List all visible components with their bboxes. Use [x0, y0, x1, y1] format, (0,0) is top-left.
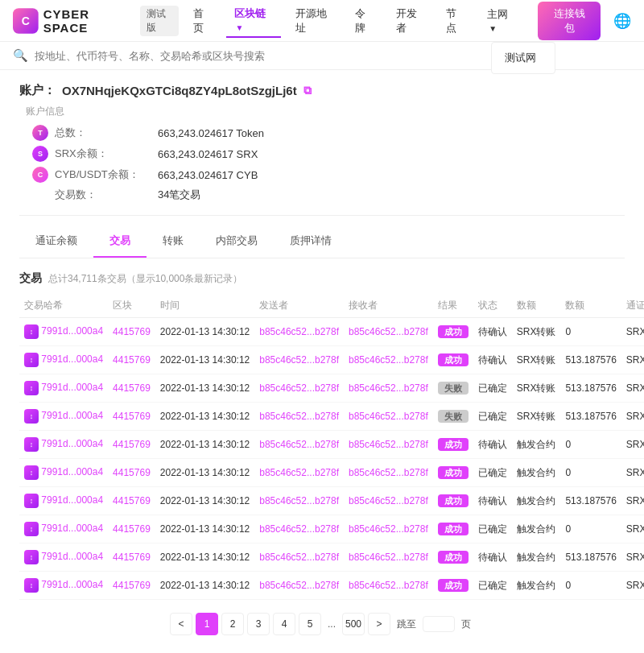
nav-node[interactable]: 节点: [438, 3, 473, 39]
test-badge[interactable]: 测试版: [140, 6, 179, 36]
prev-page-button[interactable]: <: [170, 613, 192, 635]
tab-pledge[interactable]: 质押详情: [274, 225, 348, 258]
tx-result-cell: 成功: [433, 487, 473, 515]
tx-result-badge: 成功: [438, 466, 469, 479]
page-3-button[interactable]: 3: [247, 613, 270, 635]
tx-hash-link[interactable]: 7991d...000a4: [41, 353, 103, 365]
tx-to-link[interactable]: b85c46c52...b278f: [349, 523, 428, 535]
language-icon[interactable]: 🌐: [613, 12, 631, 30]
tx-block-link[interactable]: 4415769: [113, 580, 151, 591]
tx-type-icon: ↕: [24, 578, 39, 593]
tx-token-cell: SRX Token: [621, 346, 644, 374]
search-icon: 🔍: [13, 48, 28, 63]
tx-hash-link[interactable]: 7991d...000a4: [41, 410, 103, 421]
tx-hash-link[interactable]: 7991d...000a4: [41, 551, 103, 562]
tx-to-link[interactable]: b85c46c52...b278f: [349, 495, 428, 506]
nav-blockchain[interactable]: 区块链 ▼: [226, 3, 281, 38]
tx-time-cell: 2022-01-13 14:30:12: [155, 431, 254, 459]
nav-token[interactable]: 令牌: [347, 3, 382, 39]
tx-hash-link[interactable]: 7991d...000a4: [41, 438, 103, 449]
tx-time-cell: 2022-01-13 14:30:12: [155, 346, 254, 374]
table-header-row: 交易哈希 区块 时间 发送者 接收者 结果 状态 数额 数额 通证: [19, 294, 644, 318]
tx-result-cell: 成功: [433, 318, 473, 346]
tx-to-link[interactable]: b85c46c52...b278f: [349, 382, 428, 394]
table-row: ↕ 7991d...000a4 4415769 2022-01-13 14:30…: [19, 318, 644, 346]
tx-hash-link[interactable]: 7991d...000a4: [41, 325, 103, 337]
tx-from-link[interactable]: b85c46c52...b278f: [259, 411, 339, 422]
tx-from-link[interactable]: b85c46c52...b278f: [259, 523, 339, 535]
page-5-button[interactable]: 5: [299, 613, 321, 635]
tx-hash-link[interactable]: 7991d...000a4: [41, 523, 103, 534]
copy-address-icon[interactable]: ⧉: [303, 84, 312, 97]
connect-wallet-button[interactable]: 连接钱包: [538, 2, 601, 40]
tx-to-link[interactable]: b85c46c52...b278f: [349, 411, 428, 422]
table-row: ↕ 7991d...000a4 4415769 2022-01-13 14:30…: [19, 346, 644, 374]
nav-developer[interactable]: 开发者: [388, 3, 432, 39]
tx-block-cell: 4415769: [108, 459, 155, 487]
brand-name: CYBER SPACE: [43, 7, 127, 35]
tx-to-cell: b85c46c52...b278f: [344, 572, 433, 600]
tx-type-icon: ↕: [24, 381, 39, 395]
tx-hash-cell: ↕ 7991d...000a4: [19, 431, 108, 459]
tx-time-cell: 2022-01-13 14:30:12: [155, 543, 254, 572]
nav-opensrc[interactable]: 开源地址: [287, 3, 341, 39]
cyb-label: CYB/USDT余额：: [55, 167, 151, 182]
tx-to-link[interactable]: b85c46c52...b278f: [349, 354, 428, 366]
col-result: 结果: [433, 294, 473, 318]
col-token: 通证: [621, 294, 644, 318]
tx-status-cell: 已确定: [473, 374, 512, 403]
tx-to-link[interactable]: b85c46c52...b278f: [349, 439, 428, 450]
tab-transactions[interactable]: 交易: [93, 225, 147, 258]
tx-hash-link[interactable]: 7991d...000a4: [41, 579, 103, 590]
tx-from-link[interactable]: b85c46c52...b278f: [259, 495, 339, 506]
tx-to-link[interactable]: b85c46c52...b278f: [349, 326, 428, 337]
tx-to-cell: b85c46c52...b278f: [344, 515, 433, 543]
tx-block-link[interactable]: 4415769: [113, 411, 151, 422]
tx-block-link[interactable]: 4415769: [113, 326, 151, 337]
mainnet-dropdown-arrow: ▼: [489, 24, 497, 33]
nav-home[interactable]: 首页: [185, 3, 220, 39]
tx-hash-link[interactable]: 7991d...000a4: [41, 494, 103, 506]
tx-hash-cell: ↕ 7991d...000a4: [19, 318, 108, 346]
tx-block-link[interactable]: 4415769: [113, 552, 151, 563]
tx-to-cell: b85c46c52...b278f: [344, 374, 433, 403]
tx-block-link[interactable]: 4415769: [113, 354, 151, 366]
tx-to-link[interactable]: b85c46c52...b278f: [349, 467, 428, 478]
dropdown-testnet[interactable]: 测试网: [492, 46, 555, 70]
page-4-button[interactable]: 4: [273, 613, 295, 635]
tab-transfer[interactable]: 转账: [147, 225, 200, 258]
tx-from-link[interactable]: b85c46c52...b278f: [259, 326, 339, 337]
srx-icon: S: [32, 146, 48, 162]
tx-block-link[interactable]: 4415769: [113, 467, 151, 478]
brand-logo[interactable]: C CYBER SPACE: [13, 6, 127, 35]
tx-from-link[interactable]: b85c46c52...b278f: [259, 552, 339, 563]
page-2-button[interactable]: 2: [221, 613, 244, 635]
tx-block-link[interactable]: 4415769: [113, 382, 151, 394]
nav-mainnet[interactable]: 主网 ▼: [479, 4, 525, 37]
tab-internal-tx[interactable]: 内部交易: [200, 225, 274, 258]
tx-block-link[interactable]: 4415769: [113, 523, 151, 535]
tx-amount2-cell: 513.187576: [560, 487, 621, 515]
tx-hash-link[interactable]: 7991d...000a4: [41, 382, 103, 393]
tab-token-balance[interactable]: 通证余额: [19, 225, 93, 258]
tx-block-link[interactable]: 4415769: [113, 439, 151, 450]
tx-from-link[interactable]: b85c46c52...b278f: [259, 580, 339, 591]
tx-block-link[interactable]: 4415769: [113, 495, 151, 506]
tx-from-link[interactable]: b85c46c52...b278f: [259, 467, 339, 478]
tx-hash-link[interactable]: 7991d...000a4: [41, 466, 103, 477]
tx-to-link[interactable]: b85c46c52...b278f: [349, 552, 428, 563]
goto-input[interactable]: [423, 616, 455, 632]
tx-to-link[interactable]: b85c46c52...b278f: [349, 580, 428, 591]
tx-hash-cell: ↕ 7991d...000a4: [19, 487, 108, 515]
page-1-button[interactable]: 1: [196, 613, 218, 635]
tx-from-link[interactable]: b85c46c52...b278f: [259, 354, 339, 366]
tx-token-cell: SRX Token: [621, 431, 644, 459]
tx-from-link[interactable]: b85c46c52...b278f: [259, 439, 339, 450]
next-page-button[interactable]: >: [368, 613, 390, 635]
tx-amount1-cell: SRX转账: [512, 346, 561, 374]
tx-to-cell: b85c46c52...b278f: [344, 459, 433, 487]
tx-from-link[interactable]: b85c46c52...b278f: [259, 382, 339, 394]
tx-amount2-cell: 513.187576: [560, 403, 621, 431]
page-500-button[interactable]: 500: [342, 613, 365, 635]
tx-section-header: 交易 总计34,711条交易（显示10,000条最新记录）: [19, 271, 625, 286]
